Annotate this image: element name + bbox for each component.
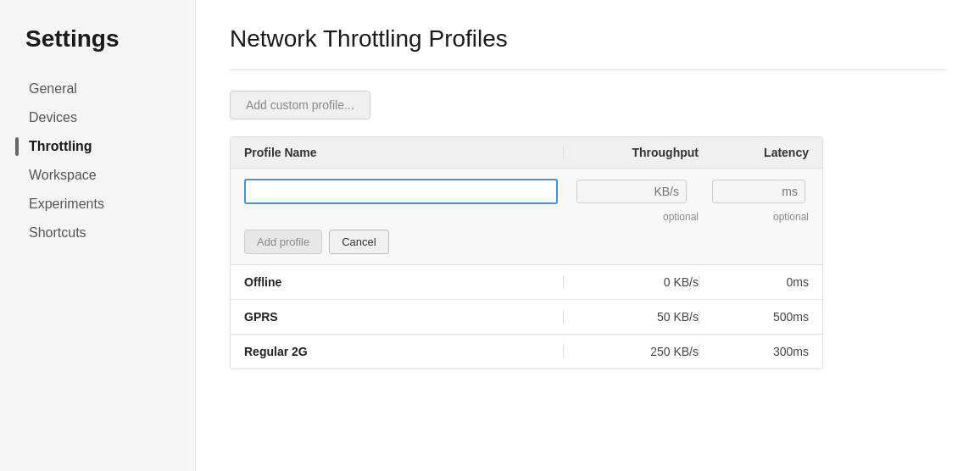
profile-name-cell xyxy=(244,179,563,204)
add-profile-button[interactable]: Add profile xyxy=(244,230,322,254)
page-title: Network Throttling Profiles xyxy=(230,25,946,53)
header-latency: Latency xyxy=(699,146,809,159)
table-row: GPRS 50 KB/s 500ms xyxy=(231,300,822,335)
latency-optional-label: optional xyxy=(699,211,809,223)
nav-workspace[interactable]: Workspace xyxy=(25,163,195,188)
nav-shortcuts[interactable]: Shortcuts xyxy=(25,220,195,246)
row-latency-gprs: 500ms xyxy=(699,310,809,324)
add-row-buttons: Add profile Cancel xyxy=(244,230,809,254)
add-custom-profile-button[interactable]: Add custom profile... xyxy=(230,91,370,119)
throughput-cell xyxy=(563,180,699,203)
row-name-regular2g: Regular 2G xyxy=(244,345,563,358)
sidebar-item-shortcuts[interactable]: Shortcuts xyxy=(25,220,195,246)
sidebar-item-general[interactable]: General xyxy=(25,76,195,102)
row-latency-offline: 0ms xyxy=(699,275,809,289)
latency-cell xyxy=(699,180,809,203)
throughput-optional-label: optional xyxy=(563,211,699,223)
optional-labels: optional optional xyxy=(244,211,809,223)
sidebar-item-throttling[interactable]: Throttling xyxy=(25,134,195,159)
latency-input[interactable] xyxy=(712,180,805,203)
row-latency-regular2g: 300ms xyxy=(699,345,809,358)
table-row: Offline 0 KB/s 0ms xyxy=(231,265,822,300)
row-name-offline: Offline xyxy=(244,275,563,289)
settings-title: Settings xyxy=(25,25,195,53)
sidebar-item-experiments[interactable]: Experiments xyxy=(25,191,195,217)
table-row: Regular 2G 250 KB/s 300ms xyxy=(231,335,822,368)
row-throughput-gprs: 50 KB/s xyxy=(563,310,699,324)
row-name-gprs: GPRS xyxy=(244,310,563,324)
nav-throttling[interactable]: Throttling xyxy=(25,134,195,159)
sidebar: Settings General Devices Throttling Work… xyxy=(0,0,195,471)
main-content: Network Throttling Profiles Add custom p… xyxy=(195,0,980,471)
sidebar-item-devices[interactable]: Devices xyxy=(25,105,195,130)
nav-devices[interactable]: Devices xyxy=(25,105,195,130)
profiles-table: Profile Name Throughput Latency optional xyxy=(230,136,823,369)
table-header: Profile Name Throughput Latency xyxy=(231,137,822,169)
row-throughput-regular2g: 250 KB/s xyxy=(563,345,699,358)
nav-experiments[interactable]: Experiments xyxy=(25,191,195,217)
add-row-inputs xyxy=(244,179,809,204)
divider xyxy=(230,69,946,70)
nav-general[interactable]: General xyxy=(25,76,195,102)
throughput-input[interactable] xyxy=(576,180,687,203)
cancel-button[interactable]: Cancel xyxy=(329,230,388,254)
sidebar-item-workspace[interactable]: Workspace xyxy=(25,163,195,188)
header-throughput: Throughput xyxy=(563,146,699,159)
add-profile-row: optional optional Add profile Cancel xyxy=(231,169,822,265)
sidebar-nav: General Devices Throttling Workspace Exp… xyxy=(25,76,195,246)
profile-name-input[interactable] xyxy=(244,179,558,204)
header-profile-name: Profile Name xyxy=(244,146,563,159)
row-throughput-offline: 0 KB/s xyxy=(563,275,699,289)
